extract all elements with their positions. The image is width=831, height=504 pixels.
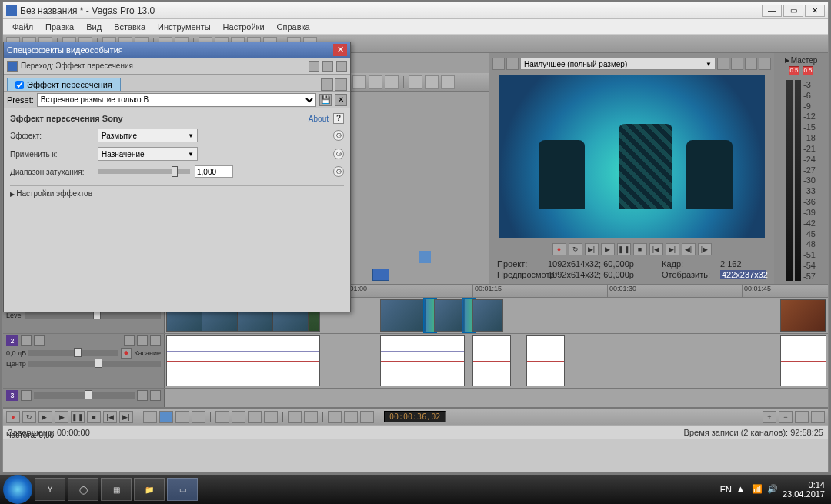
preview-device-icon[interactable] xyxy=(492,58,505,70)
zoom-fit-icon[interactable] xyxy=(811,411,825,423)
tray-network-icon[interactable]: 📶 xyxy=(752,484,763,495)
tray-volume-icon[interactable]: 🔊 xyxy=(767,484,778,495)
play-button[interactable]: ▶ xyxy=(55,411,68,423)
fx-apply-select[interactable]: Назначение xyxy=(98,147,198,161)
preview-snapshot-icon[interactable] xyxy=(745,58,757,70)
start-button[interactable] xyxy=(3,475,32,504)
titlebar[interactable]: Без названия * - Vegas Pro 13.0 — ▭ ✕ xyxy=(3,2,828,19)
track-header[interactable]: 2 0,0 дБ ◆ Касание Центр xyxy=(3,334,165,388)
fx-effect-select[interactable]: Размытие xyxy=(98,129,198,142)
trimmer-pause-icon[interactable] xyxy=(404,251,416,263)
preview-overlay-icon[interactable] xyxy=(717,58,729,70)
track-fx-icon[interactable] xyxy=(21,335,32,346)
taskbar-vegas-icon[interactable]: ▭ xyxy=(167,478,198,501)
autoripple-icon[interactable] xyxy=(264,411,278,423)
tool-icon[interactable] xyxy=(344,411,358,423)
track-mute-icon[interactable] xyxy=(124,335,135,346)
track-level-slider[interactable] xyxy=(25,312,161,319)
stop-button[interactable]: ■ xyxy=(633,243,647,255)
taskbar-obs-icon[interactable]: ◯ xyxy=(68,478,98,501)
trimmer-btn-icon[interactable] xyxy=(369,75,382,89)
menu-view[interactable]: Вид xyxy=(80,22,108,32)
preview-external-icon[interactable] xyxy=(506,58,519,70)
fx-help-icon[interactable]: ? xyxy=(333,113,344,124)
play-start-button[interactable]: ▶| xyxy=(38,411,52,423)
tray-flag-icon[interactable]: ▲ xyxy=(736,484,747,495)
go-end-button[interactable]: ▶| xyxy=(119,411,133,423)
pause-button[interactable]: ❚❚ xyxy=(617,243,631,255)
menu-file[interactable]: Файл xyxy=(6,22,39,32)
master-title[interactable]: Мастер xyxy=(785,56,818,65)
track-header[interactable]: 3 xyxy=(3,389,165,407)
maximize-button[interactable]: ▭ xyxy=(783,5,803,17)
tray-lang[interactable]: EN xyxy=(720,485,732,494)
track-mute-icon[interactable] xyxy=(137,390,148,401)
next-frame-button[interactable]: |▶ xyxy=(698,243,712,255)
track-touch-icon[interactable]: ◆ xyxy=(121,348,132,359)
fx-add-icon[interactable] xyxy=(321,78,333,91)
trimmer-end-icon[interactable] xyxy=(448,251,460,263)
fx-expand-settings[interactable]: Настройки эффектов xyxy=(10,185,344,201)
trimmer-btn-icon[interactable] xyxy=(409,75,422,89)
close-button[interactable]: ✕ xyxy=(805,5,825,17)
trimmer-btn-icon[interactable] xyxy=(425,75,439,89)
snap-icon[interactable] xyxy=(215,411,229,423)
fx-range-input[interactable] xyxy=(195,165,233,178)
fx-preset-select[interactable]: Встречное размытие только В xyxy=(37,93,316,107)
fx-about-link[interactable]: About xyxy=(309,115,329,123)
trimmer-prev-icon[interactable] xyxy=(375,251,387,263)
menu-help[interactable]: Справка xyxy=(271,22,316,32)
menu-options[interactable]: Настройки xyxy=(217,22,271,32)
fx-keyframe-icon[interactable]: ◷ xyxy=(333,166,344,177)
taskbar[interactable]: Y ◯ ▦ 📁 ▭ EN ▲ 📶 🔊 0:14 23.04.2017 xyxy=(0,475,831,504)
fx-chain-icon[interactable] xyxy=(7,61,18,72)
fx-range-slider[interactable] xyxy=(98,169,190,174)
fx-bypass-icon[interactable] xyxy=(336,61,347,72)
fx-remove-icon[interactable] xyxy=(335,78,347,91)
trimmer-next-icon[interactable] xyxy=(433,251,446,263)
video-clip[interactable] xyxy=(380,299,426,332)
track-fx-icon[interactable] xyxy=(21,390,32,401)
trimmer-play-icon[interactable] xyxy=(389,251,402,263)
track-solo-icon[interactable] xyxy=(137,335,148,346)
audio-clip[interactable] xyxy=(380,335,465,386)
track-volume-slider[interactable] xyxy=(28,350,118,356)
fx-pan-icon[interactable] xyxy=(309,61,319,72)
track-record-icon[interactable] xyxy=(150,335,161,346)
taskbar-yandex-icon[interactable]: Y xyxy=(35,478,65,501)
fx-keyframe-icon[interactable]: ◷ xyxy=(333,130,344,141)
menu-edit[interactable]: Правка xyxy=(39,22,80,32)
fx-dialog[interactable]: Спецэффекты видеособытия ✕ Переход: Эффе… xyxy=(3,42,351,312)
audio-clip[interactable] xyxy=(166,335,320,386)
trimmer-btn-icon[interactable] xyxy=(352,75,366,89)
marker-icon[interactable] xyxy=(304,411,318,423)
video-clip[interactable] xyxy=(434,299,465,332)
go-start-button[interactable]: |◀ xyxy=(649,243,663,255)
trimmer-stop-icon[interactable] xyxy=(419,251,431,263)
taskbar-explorer-icon[interactable]: 📁 xyxy=(134,478,165,501)
play-button[interactable]: ▶ xyxy=(601,243,615,255)
quantize-icon[interactable] xyxy=(232,411,245,423)
zoom-in-icon[interactable]: + xyxy=(763,411,776,423)
track-automation-icon[interactable] xyxy=(34,335,45,346)
track-lane[interactable] xyxy=(165,334,828,388)
selection-edit-icon[interactable] xyxy=(159,411,173,423)
fx-save-preset-icon[interactable]: 💾 xyxy=(319,94,332,106)
track-number[interactable]: 3 xyxy=(6,390,18,401)
tool-icon[interactable] xyxy=(360,411,374,423)
preview-screen[interactable] xyxy=(499,75,765,238)
master-clip-left[interactable]: 0.5 xyxy=(789,66,799,75)
zoom-out-icon[interactable]: − xyxy=(779,411,793,423)
go-end-button[interactable]: ▶| xyxy=(666,243,679,255)
fx-close-button[interactable]: ✕ xyxy=(333,44,347,56)
video-clip[interactable] xyxy=(780,299,826,332)
envelope-edit-icon[interactable] xyxy=(192,411,205,423)
timecode-display[interactable]: 00:00:36,02 xyxy=(384,411,446,422)
preview-splitscreen-icon[interactable] xyxy=(731,58,743,70)
audio-clip[interactable] xyxy=(526,335,565,386)
play-start-button[interactable]: ▶| xyxy=(585,243,599,255)
minimize-button[interactable]: — xyxy=(762,5,782,17)
go-start-button[interactable]: |◀ xyxy=(103,411,117,423)
fx-delete-preset-icon[interactable]: ✕ xyxy=(335,94,347,106)
fx-keyframe-icon[interactable]: ◷ xyxy=(333,149,344,159)
